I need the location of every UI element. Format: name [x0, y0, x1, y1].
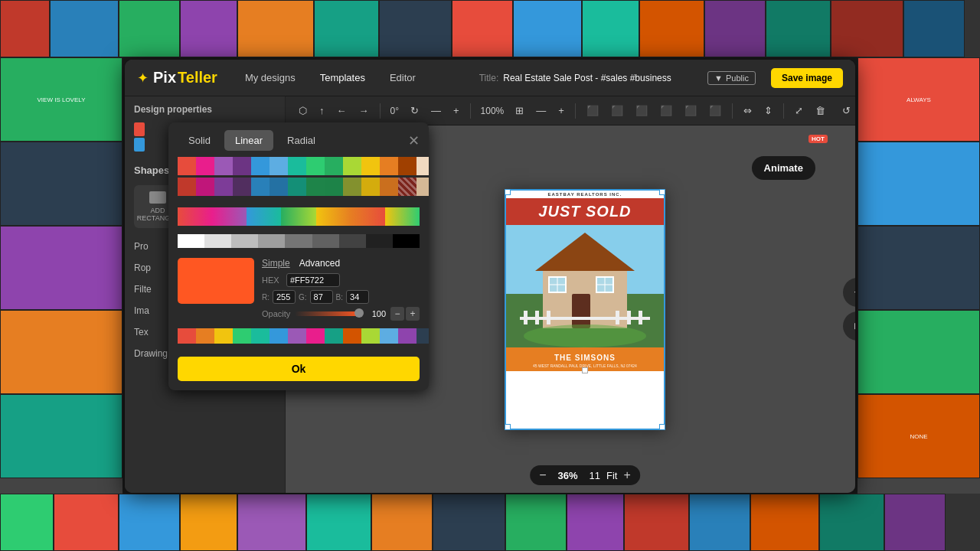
tb-distribute-button[interactable]: ⬛ — [705, 103, 725, 119]
swatch-r2-5[interactable] — [251, 178, 270, 196]
rainbow-10[interactable] — [343, 328, 361, 344]
right-tool-layout-button[interactable]: ⊞ — [843, 311, 855, 341]
tab-radial[interactable]: Radial — [276, 130, 326, 151]
rainbow-13[interactable] — [398, 328, 416, 344]
swatch-violet[interactable] — [233, 157, 251, 175]
opacity-minus-button[interactable]: − — [390, 307, 404, 321]
tb-align-bottom-button[interactable]: ⬛ — [681, 103, 701, 119]
gradient-7[interactable] — [385, 207, 420, 226]
handle-br[interactable] — [659, 424, 665, 430]
tb-align-top-button[interactable]: ⬛ — [656, 103, 676, 119]
opacity-thumb[interactable] — [354, 308, 364, 318]
picker-close-button[interactable]: ✕ — [408, 134, 420, 148]
tb-minus-button[interactable]: — — [427, 103, 445, 119]
nav-my-designs[interactable]: My designs — [240, 69, 300, 86]
gradient-3[interactable] — [247, 207, 281, 226]
gradient-2[interactable] — [212, 207, 247, 226]
swatch-r2-10[interactable] — [343, 178, 361, 196]
gray-2[interactable] — [204, 234, 231, 248]
rainbow-9[interactable] — [325, 328, 343, 344]
gray-5[interactable] — [285, 234, 312, 248]
gray-1[interactable] — [178, 234, 204, 248]
gradient-6[interactable] — [351, 207, 385, 226]
tb-rotate-button[interactable]: ↻ — [407, 103, 423, 119]
swatch-r2-4[interactable] — [233, 178, 251, 196]
tb-undo-button[interactable]: ↺ — [838, 103, 854, 119]
handle-bl[interactable] — [505, 424, 511, 430]
animate-button[interactable]: Animate — [752, 156, 815, 180]
gray-9[interactable] — [393, 234, 420, 248]
rainbow-5[interactable] — [251, 328, 270, 344]
rainbow-14[interactable] — [416, 328, 429, 344]
rainbow-4[interactable] — [233, 328, 251, 344]
swatch-r2-11[interactable] — [361, 178, 380, 196]
rainbow-12[interactable] — [380, 328, 398, 344]
advanced-link[interactable]: Advanced — [299, 258, 340, 269]
tb-shape-button[interactable]: ⬡ — [295, 103, 311, 119]
tb-zoom-plus-button[interactable]: + — [554, 103, 568, 119]
swatch-green[interactable] — [325, 157, 343, 175]
save-image-button[interactable]: Save image — [771, 68, 843, 88]
swatch-lime[interactable] — [343, 157, 361, 175]
swatch-r2-14[interactable] — [416, 178, 429, 196]
b-input[interactable] — [346, 290, 369, 304]
gray-4[interactable] — [258, 234, 285, 248]
swatch-r2-7[interactable] — [288, 178, 306, 196]
swatch-teal[interactable] — [306, 157, 325, 175]
opacity-plus-button[interactable]: + — [406, 307, 420, 321]
gradient-1[interactable] — [178, 207, 212, 226]
rainbow-1[interactable] — [178, 328, 196, 344]
rainbow-6[interactable] — [270, 328, 288, 344]
rainbow-3[interactable] — [214, 328, 233, 344]
tab-linear[interactable]: Linear — [224, 130, 273, 151]
gray-6[interactable] — [312, 234, 339, 248]
nav-templates[interactable]: Templates — [315, 69, 370, 86]
swatch-orange[interactable] — [380, 157, 398, 175]
tb-align-right-button[interactable]: ⬛ — [632, 103, 652, 119]
swatch-r2-6[interactable] — [270, 178, 288, 196]
swatch-r2-13[interactable] — [398, 178, 416, 196]
tb-flip-h-button[interactable]: ⇔ — [740, 103, 756, 119]
tb-zoom-minus-button[interactable]: — — [532, 103, 550, 119]
rainbow-11[interactable] — [361, 328, 380, 344]
gray-8[interactable] — [366, 234, 393, 248]
gradient-5[interactable] — [316, 207, 351, 226]
ok-button[interactable]: Ok — [178, 357, 420, 381]
gradient-4[interactable] — [281, 207, 315, 226]
zoom-plus-button[interactable]: + — [623, 468, 630, 482]
handle-tl[interactable] — [505, 189, 511, 195]
hex-input[interactable] — [286, 273, 340, 287]
handle-tr[interactable] — [659, 189, 665, 195]
rainbow-7[interactable] — [288, 328, 306, 344]
tb-plus-button[interactable]: + — [449, 103, 463, 119]
rainbow-8[interactable] — [306, 328, 325, 344]
simple-link[interactable]: Simple — [262, 258, 290, 269]
opacity-slider[interactable] — [295, 311, 362, 316]
swatch-lightblue[interactable] — [270, 157, 288, 175]
tb-align-left-button[interactable]: ⬛ — [583, 103, 603, 119]
canvas-handle[interactable] — [582, 367, 588, 373]
tab-solid[interactable]: Solid — [178, 130, 221, 151]
gray-7[interactable] — [339, 234, 366, 248]
tb-flip-v-button[interactable]: ⇕ — [760, 103, 776, 119]
swatch-r2-9[interactable] — [325, 178, 343, 196]
public-button[interactable]: ▼ Public — [707, 71, 756, 85]
rainbow-2[interactable] — [196, 328, 214, 344]
swatch-yellow[interactable] — [361, 157, 380, 175]
tb-move-up-button[interactable]: ↑ — [315, 103, 328, 119]
swatch-r2-2[interactable] — [196, 178, 214, 196]
zoom-minus-button[interactable]: − — [539, 468, 546, 482]
tb-move-left-button[interactable]: ← — [333, 103, 351, 119]
swatch-r2-12[interactable] — [380, 178, 398, 196]
tb-delete-button[interactable]: 🗑 — [812, 103, 829, 119]
g-input[interactable] — [310, 290, 333, 304]
swatch-r2-1[interactable] — [178, 178, 196, 196]
swatch-blue[interactable] — [251, 157, 270, 175]
tb-expand-button[interactable]: ⤢ — [791, 103, 807, 119]
tb-move-right-button[interactable]: → — [355, 103, 373, 119]
r-input[interactable] — [273, 290, 296, 304]
zoom-fit-button[interactable]: Fit — [606, 470, 617, 481]
swatch-brown[interactable] — [398, 157, 416, 175]
tb-align-center-button[interactable]: ⬛ — [607, 103, 627, 119]
swatch-red[interactable] — [178, 157, 196, 175]
